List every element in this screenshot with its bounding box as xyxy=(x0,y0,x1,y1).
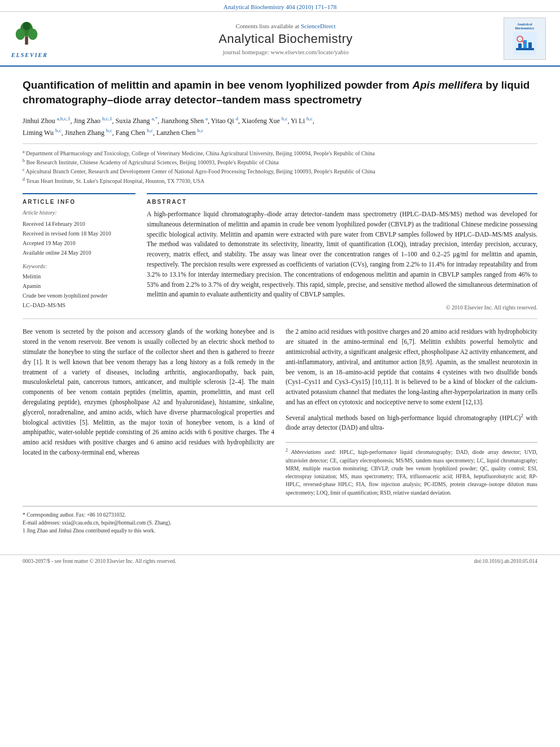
bottom-bar: 0003-2697/$ - see front matter © 2010 El… xyxy=(0,554,560,567)
journal-thumb-section: AnalyticalBiochemistry xyxy=(504,18,549,60)
abstract-text: A high-performance liquid chromatography… xyxy=(147,209,537,300)
svg-rect-9 xyxy=(523,40,527,48)
journal-citation: Analytical Biochemistry 404 (2010) 171–1… xyxy=(224,3,336,10)
article-title: Quantification of melittin and apamin in… xyxy=(23,78,537,107)
journal-homepage: journal homepage: www.elsevier.com/locat… xyxy=(68,49,504,55)
svg-rect-10 xyxy=(528,42,532,48)
journal-header: ELSEVIER Contents lists available at Sci… xyxy=(0,12,560,67)
elsevier-logo-section: ELSEVIER xyxy=(11,20,68,58)
article-info-col: Article Info Article history: Received 1… xyxy=(23,193,135,311)
body-col-right: the 2 amino acid residues with positive … xyxy=(286,327,537,497)
abstract-col: Abstract A high-performance liquid chrom… xyxy=(147,193,537,311)
abbreviations-footnote: 2 Abbreviations used: HPLC, high-perform… xyxy=(286,442,537,497)
footnotes-section: * Corresponding author. Fax: +86 10 6273… xyxy=(23,506,537,535)
affiliation-a: a Department of Pharmacology and Toxicol… xyxy=(23,148,537,158)
revised-date: Received in revised form 18 May 2010 xyxy=(23,229,135,238)
affiliation-c: c Apicultural Branch Center, Research an… xyxy=(23,167,537,176)
body-text-section: Bee venom is secreted by the poison and … xyxy=(23,327,537,497)
equal-contribution-note: 1 Jing Zhao and Jinhui Zhou contributed … xyxy=(23,527,537,535)
doi-text: doi:10.1016/j.ab.2010.05.014 xyxy=(474,558,537,564)
svg-point-3 xyxy=(28,28,38,40)
affiliations-section: a Department of Pharmacology and Toxicol… xyxy=(23,143,537,185)
svg-point-2 xyxy=(16,28,25,40)
sciencedirect-link[interactable]: ScienceDirect xyxy=(301,23,336,29)
keywords-label: Keywords: xyxy=(23,263,135,269)
body-para-3: Several analytical methods based on high… xyxy=(286,412,537,433)
journal-thumb-icon xyxy=(514,32,536,55)
open-access-text: 0003-2697/$ - see front matter © 2010 El… xyxy=(23,558,176,564)
article-content: Quantification of melittin and apamin in… xyxy=(0,67,560,547)
journal-thumbnail: AnalyticalBiochemistry xyxy=(504,18,546,60)
journal-title-section: Contents lists available at ScienceDirec… xyxy=(68,23,504,55)
accepted-date: Accepted 19 May 2010 xyxy=(23,238,135,248)
info-abstract-section: Article Info Article history: Received 1… xyxy=(23,193,537,311)
authors-line: Jinhui Zhou a,b,c,1, Jing Zhao b,c,1, Su… xyxy=(23,115,537,138)
journal-citation-bar: Analytical Biochemistry 404 (2010) 171–1… xyxy=(0,0,560,12)
corresponding-author-note: * Corresponding author. Fax: +86 10 6273… xyxy=(23,511,537,519)
received-date: Received 14 February 2010 xyxy=(23,219,135,229)
elsevier-tree-icon xyxy=(11,20,42,51)
journal-title: Analytical Biochemistry xyxy=(68,32,504,46)
svg-rect-4 xyxy=(25,36,28,45)
svg-rect-8 xyxy=(518,43,522,48)
available-date: Available online 24 May 2010 xyxy=(23,248,135,257)
keywords-list: Melittin Apamin Crude bee venom lyophili… xyxy=(23,272,135,310)
svg-rect-7 xyxy=(516,48,534,50)
elsevier-logo: ELSEVIER xyxy=(11,20,68,58)
article-history-label: Article history: xyxy=(23,209,135,216)
elsevier-label: ELSEVIER xyxy=(11,52,48,58)
contents-text: Contents lists available at ScienceDirec… xyxy=(68,23,504,29)
affiliation-d: d Texas Heart Institute, St. Luke's Epis… xyxy=(23,176,537,185)
section-divider xyxy=(23,318,537,319)
article-info-label: Article Info xyxy=(23,199,135,205)
copyright-line: © 2010 Elsevier Inc. All rights reserved… xyxy=(147,304,537,311)
body-para-1: Bee venom is secreted by the poison and … xyxy=(23,327,274,458)
abstract-label: Abstract xyxy=(147,199,537,205)
svg-point-5 xyxy=(23,21,30,30)
email-note: E-mail addresses: sxia@cau.edu.cn, bqsit… xyxy=(23,519,537,527)
body-col-left: Bee venom is secreted by the poison and … xyxy=(23,327,274,497)
affiliation-b: b Bee Research Institute, Chinese Academ… xyxy=(23,158,537,167)
body-para-2: the 2 amino acid residues with positive … xyxy=(286,327,537,408)
